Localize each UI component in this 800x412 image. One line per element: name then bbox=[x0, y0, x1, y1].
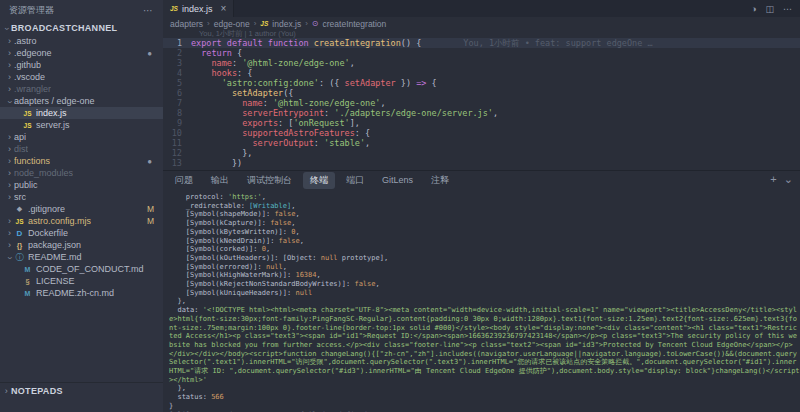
chevron-right-icon: › bbox=[5, 192, 14, 202]
line-number: 1 bbox=[163, 38, 191, 48]
sidebar-section-broadcastchannel[interactable]: › BROADCASTCHANNEL bbox=[0, 20, 163, 35]
tree-item-dist[interactable]: ›dist bbox=[0, 143, 163, 155]
token bbox=[191, 88, 232, 98]
breadcrumb-createintegration[interactable]: createIntegration bbox=[323, 19, 387, 29]
token: exports bbox=[242, 118, 278, 128]
tree-item-.gitignore[interactable]: ›◆.gitignoreM bbox=[0, 203, 163, 215]
tree-item-.astro[interactable]: ›.astro bbox=[0, 35, 163, 47]
tab-index-js[interactable]: JS index.js × bbox=[163, 0, 234, 17]
tree-item-src[interactable]: ›src bbox=[0, 191, 163, 203]
tab-bar: JS index.js × ◑ ◫ ⋯ bbox=[163, 0, 800, 17]
tree-item-label: CODE_OF_CONDUCT.md bbox=[36, 264, 144, 274]
code-editor[interactable]: You, 1小时前 | 1 author (You) 1export defau… bbox=[163, 30, 800, 170]
panel-tab-GitLens[interactable]: GitLens bbox=[375, 173, 420, 187]
token bbox=[191, 98, 242, 108]
line-number: 10 bbox=[163, 128, 191, 138]
bottom-panel: 问题输出调试控制台终端端口GitLens注释 + ⌄ protocol: 'ht… bbox=[163, 170, 800, 412]
line-number: 5 bbox=[163, 78, 191, 88]
breadcrumb-index-js[interactable]: index.js bbox=[272, 19, 301, 29]
gitlens-blame-icon[interactable]: ◑ bbox=[751, 4, 756, 14]
tree-item-package.json[interactable]: ›{}package.json bbox=[0, 239, 163, 251]
more-actions-icon[interactable]: ⋯ bbox=[143, 5, 153, 16]
chevron-right-icon: › bbox=[305, 19, 308, 28]
code-line[interactable]: 8 serverEntrypoint: './adapters/edge-one… bbox=[163, 108, 800, 118]
token: createIntegration bbox=[314, 38, 401, 48]
more-actions-icon[interactable]: ⋯ bbox=[783, 4, 792, 14]
breadcrumb-edge-one[interactable]: edge-one bbox=[214, 19, 250, 29]
line-number: 9 bbox=[163, 118, 191, 128]
token: ], bbox=[350, 118, 360, 128]
token: export default function bbox=[191, 38, 314, 48]
code-line[interactable]: 6 setAdapter({ bbox=[163, 88, 800, 98]
js-file-icon: JS bbox=[170, 5, 178, 12]
panel-tab-终端[interactable]: 终端 bbox=[303, 172, 335, 189]
tree-item-node-modules[interactable]: ›node_modules bbox=[0, 167, 163, 179]
tree-item-dockerfile[interactable]: ›DDockerfile bbox=[0, 227, 163, 239]
tree-item-index.js[interactable]: ›JSindex.js bbox=[0, 107, 163, 119]
token: name bbox=[242, 98, 262, 108]
terminal-line: [Symbol(kCapture)]: false, bbox=[169, 219, 800, 228]
tree-item-astro.config.mjs[interactable]: ›JSastro.config.mjsM bbox=[0, 215, 163, 227]
code-line[interactable]: 1export default function createIntegrati… bbox=[163, 38, 800, 48]
code-line[interactable]: 4 hooks: { bbox=[163, 68, 800, 78]
code-line[interactable]: 9 exports: ['onRequest'], bbox=[163, 118, 800, 128]
breadcrumb-adapters[interactable]: adapters bbox=[170, 19, 203, 29]
chevron-down-icon[interactable]: ⌄ bbox=[784, 173, 793, 186]
section-label: NOTEPADS bbox=[11, 386, 63, 396]
tree-item-functions[interactable]: ›functions● bbox=[0, 155, 163, 167]
tree-item-api[interactable]: ›api bbox=[0, 131, 163, 143]
code-line[interactable]: 3 name: '@html-zone/edge-one', bbox=[163, 58, 800, 68]
codelens-blame[interactable]: You, 1小时前 | 1 author (You) bbox=[163, 30, 800, 38]
tree-item-.wrangler[interactable]: ›.wrangler bbox=[0, 83, 163, 95]
tree-item-.edgeone[interactable]: ›.edgeone● bbox=[0, 47, 163, 59]
tree-item-readme.md[interactable]: ›ⓘREADME.md bbox=[0, 251, 163, 263]
tree-item-.vscode[interactable]: ›.vscode bbox=[0, 71, 163, 83]
code-line[interactable]: 7 name: '@html-zone/edge-one', bbox=[163, 98, 800, 108]
panel-tab-端口[interactable]: 端口 bbox=[339, 172, 371, 189]
code-line[interactable]: 5 'astro:config:done': ({ setAdapter }) … bbox=[163, 78, 800, 88]
code-line[interactable]: 12 }, bbox=[163, 148, 800, 158]
new-terminal-icon[interactable]: + bbox=[770, 173, 776, 186]
panel-tab-输出[interactable]: 输出 bbox=[204, 172, 236, 189]
code-line[interactable]: 13 }) bbox=[163, 158, 800, 168]
close-icon[interactable]: × bbox=[220, 3, 226, 14]
tree-item-license[interactable]: ›§LICENSE bbox=[0, 275, 163, 287]
sidebar-section-notepads[interactable]: › NOTEPADS bbox=[0, 382, 163, 398]
chevron-right-icon: › bbox=[5, 60, 14, 70]
markdown-file-icon: M bbox=[22, 266, 33, 273]
panel-tab-问题[interactable]: 问题 bbox=[168, 172, 200, 189]
panel-tab-调试控制台[interactable]: 调试控制台 bbox=[240, 172, 299, 189]
tree-item-.github[interactable]: ›.github bbox=[0, 59, 163, 71]
split-editor-icon[interactable]: ◫ bbox=[765, 4, 774, 14]
terminal-line: [Symbol(kUniqueHeaders)]: null bbox=[169, 289, 800, 298]
tree-item-public[interactable]: ›public bbox=[0, 179, 163, 191]
tree-item-adapters-edge-one[interactable]: ›adapters / edge-one bbox=[0, 95, 163, 107]
token: null bbox=[266, 263, 283, 271]
chevron-right-icon: › bbox=[5, 216, 14, 226]
panel-tab-注释[interactable]: 注释 bbox=[424, 172, 456, 189]
token: : { bbox=[355, 128, 370, 138]
line-number: 12 bbox=[163, 148, 191, 158]
terminal-line: [Symbol(kRejectNonStandardBodyWrites)]: … bbox=[169, 280, 800, 289]
terminal-line: _redirectable: [Writable], bbox=[169, 202, 800, 211]
tree-item-server.js[interactable]: ›JSserver.js bbox=[0, 119, 163, 131]
chevron-right-icon: › bbox=[5, 84, 14, 94]
chevron-down-icon: › bbox=[5, 97, 15, 106]
token: [Symbol(kHighWaterMark)]: bbox=[169, 271, 295, 279]
code-line[interactable]: 2 return { bbox=[163, 48, 800, 58]
terminal-output[interactable]: protocol: 'https:', _redirectable: [Writ… bbox=[163, 190, 800, 412]
line-number: 4 bbox=[163, 68, 191, 78]
token: , bbox=[376, 280, 380, 288]
code-line[interactable]: 11 serverOutput: 'stable', bbox=[163, 138, 800, 148]
tree-item-code-of-conduct.md[interactable]: ›MCODE_OF_CONDUCT.md bbox=[0, 263, 163, 275]
token: 'stable' bbox=[324, 138, 365, 148]
tree-item-readme.zh-cn.md[interactable]: ›MREADME.zh-cn.md bbox=[0, 287, 163, 299]
git-modified-dot: ● bbox=[147, 157, 152, 166]
code-line[interactable]: 10 supportedAstroFeatures: { bbox=[163, 128, 800, 138]
token: }) bbox=[191, 158, 242, 168]
tree-item-label: public bbox=[14, 180, 38, 190]
token: , bbox=[350, 58, 355, 68]
token: return bbox=[201, 48, 232, 58]
license-file-icon: § bbox=[22, 277, 33, 286]
token: , bbox=[266, 245, 270, 253]
